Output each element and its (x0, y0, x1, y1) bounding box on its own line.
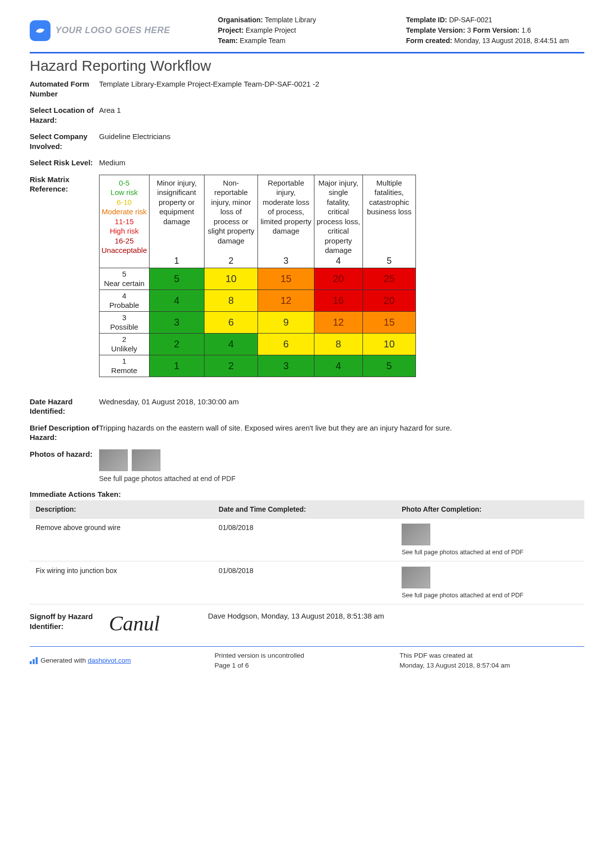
matrix-severity-header: Minor injury, insignificant property or … (149, 175, 204, 268)
action-date: 01/08/2018 (213, 561, 396, 604)
field-label-location: Select Location of Hazard: (30, 105, 99, 125)
matrix-cell: 12 (258, 289, 314, 311)
matrix-cell: 10 (362, 333, 415, 355)
field-label-date: Date Hazard Identified: (30, 397, 99, 416)
table-row: Fix wiring into junction box01/08/2018Se… (30, 561, 584, 604)
action-photo-cell: See full page photos attached at end of … (396, 561, 584, 604)
risk-matrix-table: 0-5Low risk6-10Moderate risk11-15High ri… (99, 175, 416, 377)
field-value-company: Guideline Electricians (99, 132, 584, 151)
logo-block: YOUR LOGO GOES HERE (30, 15, 208, 46)
field-label-company: Select Company Involved: (30, 132, 99, 151)
logo-text: YOUR LOGO GOES HERE (55, 24, 170, 37)
matrix-cell: 12 (314, 311, 362, 333)
matrix-cell: 6 (204, 311, 258, 333)
matrix-likelihood-header: 3Possible (100, 311, 150, 333)
footer-right1: This PDF was created at (400, 651, 584, 661)
dashpivot-link[interactable]: dashpivot.com (88, 657, 131, 664)
page-title: Hazard Reporting Workflow (30, 57, 584, 74)
matrix-likelihood-header: 2Unlikely (100, 333, 150, 355)
matrix-cell: 5 (362, 355, 415, 377)
matrix-severity-header: Major injury, single fatality, critical … (314, 175, 362, 268)
signature-image: Canul (99, 612, 188, 635)
header-rule (30, 52, 584, 53)
matrix-cell: 8 (204, 289, 258, 311)
actions-heading: Immediate Actions Taken: (30, 490, 584, 498)
action-photo-thumb[interactable] (402, 524, 430, 545)
matrix-legend-cell: 0-5Low risk6-10Moderate risk11-15High ri… (100, 175, 150, 268)
matrix-likelihood-header: 1Remote (100, 355, 150, 377)
matrix-cell: 20 (314, 268, 362, 289)
field-label-matrix: Risk Matrix Reference: (30, 175, 99, 377)
photos-caption: See full page photos attached at end of … (99, 474, 584, 483)
footer-right2: Monday, 13 August 2018, 8:57:04 am (400, 661, 584, 671)
matrix-cell: 8 (314, 333, 362, 355)
matrix-cell: 2 (204, 355, 258, 377)
hazard-photo-thumb[interactable] (99, 449, 128, 471)
actions-col-photo: Photo After Completion: (396, 500, 584, 519)
matrix-cell: 3 (258, 355, 314, 377)
actions-col-date: Date and Time Completed: (213, 500, 396, 519)
actions-table: Description: Date and Time Completed: Ph… (30, 500, 584, 605)
dashpivot-icon (30, 657, 38, 664)
field-label-form-number: Automated Form Number (30, 79, 99, 98)
matrix-likelihood-header: 5Near certain (100, 268, 150, 289)
footer-mid2: Page 1 of 6 (214, 661, 399, 671)
hazard-photo-thumb[interactable] (132, 449, 160, 471)
matrix-cell: 9 (258, 311, 314, 333)
field-value-date: Wednesday, 01 August 2018, 10:30:00 am (99, 397, 584, 416)
matrix-cell: 4 (204, 333, 258, 355)
matrix-cell: 3 (149, 311, 204, 333)
header-meta-right: Template ID: DP-SAF-0021 Template Versio… (406, 15, 584, 46)
signoff-value: Dave Hodgson, Monday, 13 August 2018, 8:… (188, 612, 584, 635)
action-desc: Remove above ground wire (30, 519, 213, 562)
matrix-cell: 1 (149, 355, 204, 377)
matrix-severity-header: Non-reportable injury, minor loss of pro… (204, 175, 258, 268)
matrix-cell: 16 (314, 289, 362, 311)
matrix-cell: 4 (314, 355, 362, 377)
matrix-cell: 2 (149, 333, 204, 355)
footer-mid1: Printed version is uncontrolled (214, 651, 399, 661)
matrix-severity-header: Reportable injury, moderate loss of proc… (258, 175, 314, 268)
header-meta-left: Organisation: Template Library Project: … (218, 15, 396, 46)
field-label-desc: Brief Description of Hazard: (30, 423, 99, 442)
action-photo-cell: See full page photos attached at end of … (396, 519, 584, 562)
hazard-photo-thumbnails (99, 449, 584, 471)
matrix-cell: 4 (149, 289, 204, 311)
document-header: YOUR LOGO GOES HERE Organisation: Templa… (30, 15, 584, 50)
action-date: 01/08/2018 (213, 519, 396, 562)
field-value-risk: Medium (99, 158, 584, 168)
matrix-cell: 20 (362, 289, 415, 311)
matrix-severity-header: Multiple fatalities, catastrophic busine… (362, 175, 415, 268)
matrix-cell: 10 (204, 268, 258, 289)
field-value-location: Area 1 (99, 105, 584, 125)
matrix-likelihood-header: 4Probable (100, 289, 150, 311)
actions-col-desc: Description: (30, 500, 213, 519)
action-desc: Fix wiring into junction box (30, 561, 213, 604)
matrix-cell: 25 (362, 268, 415, 289)
matrix-cell: 15 (258, 268, 314, 289)
field-value-form-number: Template Library-Example Project-Example… (99, 79, 584, 98)
matrix-cell: 6 (258, 333, 314, 355)
field-value-desc: Tripping hazards on the eastern wall of … (99, 423, 584, 442)
footer-rule (30, 646, 584, 647)
document-footer: Generated with dashpivot.com Printed ver… (30, 651, 584, 671)
field-label-photos: Photos of hazard: (30, 449, 99, 483)
field-label-risk: Select Risk Level: (30, 158, 99, 168)
matrix-cell: 15 (362, 311, 415, 333)
table-row: Remove above ground wire01/08/2018See fu… (30, 519, 584, 562)
signoff-label: Signoff by Hazard Identifier: (30, 612, 99, 635)
action-photo-caption: See full page photos attached at end of … (402, 549, 578, 556)
logo-icon (30, 20, 51, 41)
matrix-cell: 5 (149, 268, 204, 289)
action-photo-thumb[interactable] (402, 567, 430, 588)
action-photo-caption: See full page photos attached at end of … (402, 592, 578, 599)
